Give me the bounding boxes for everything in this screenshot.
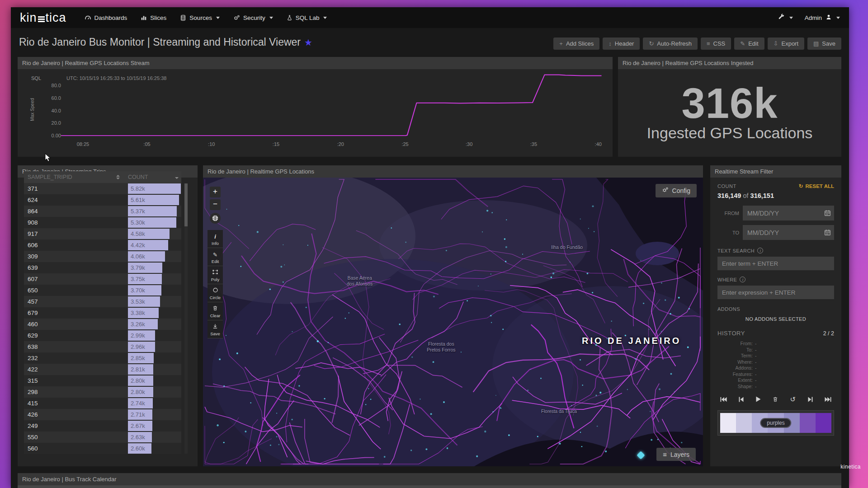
auto-refresh-button[interactable]: ↻Auto-Refresh (643, 38, 698, 50)
table-row[interactable]: 4222.81k (24, 364, 181, 375)
table-row[interactable]: 4603.26k (24, 319, 181, 330)
calendar-icon[interactable] (824, 229, 831, 238)
nav-item-dashboards[interactable]: Dashboards (85, 14, 127, 21)
trip-id-cell: 679 (24, 310, 38, 316)
info-icon[interactable]: i (740, 277, 745, 282)
nav-item-slices[interactable]: Slices (141, 14, 166, 21)
panel-header[interactable]: Realtime Stream Filter (710, 165, 841, 178)
map-zoom-out-button[interactable]: − (210, 199, 221, 210)
sql-tag[interactable]: SQL (31, 75, 41, 81)
panel-header[interactable]: Rio de Janeiro | Realtime GPS Locations … (18, 57, 613, 69)
ramp-swatch (816, 413, 831, 433)
table-row[interactable]: 2322.85k (24, 352, 181, 364)
info-icon[interactable]: i (757, 248, 763, 253)
stream-line (61, 75, 602, 136)
table-row[interactable]: 4573.53k (24, 296, 181, 307)
map-layers-button[interactable]: ≡ Layers (656, 448, 696, 461)
table-row[interactable]: 6793.38k (24, 307, 181, 319)
table-row[interactable]: 6064.42k (24, 239, 181, 251)
table-row[interactable]: 6382.96k (24, 341, 181, 352)
history-field-row: Shape:- (717, 384, 834, 390)
map-tool-edit[interactable]: ✎ Edit (208, 248, 223, 266)
gps-ingested-panel: Rio de Janeiro | Realtime GPS Locations … (618, 57, 841, 157)
export-button[interactable]: ⇩Export (768, 38, 804, 50)
from-date-input[interactable] (743, 206, 834, 221)
map-tool-save[interactable]: Save (208, 320, 223, 338)
nav-item-security[interactable]: Security (233, 14, 273, 21)
trip-id-cell: 298 (24, 389, 38, 395)
chevron-down-icon (323, 17, 327, 19)
column-header-count[interactable]: COUNT (128, 174, 148, 180)
map-tool-info[interactable]: i Info (208, 230, 223, 248)
calendar-icon[interactable] (824, 210, 831, 218)
history-field-row: Addons:- (717, 365, 834, 371)
sort-icon[interactable] (116, 175, 120, 179)
table-row[interactable]: 6245.61k (24, 194, 181, 206)
table-row[interactable]: 8645.37k (24, 206, 181, 217)
map-tool-circle[interactable]: Circle (208, 284, 223, 302)
delete-button[interactable] (772, 395, 779, 403)
table-row[interactable]: 4152.74k (24, 398, 181, 409)
step-forward-button[interactable] (807, 396, 814, 403)
table-row[interactable]: 3094.06k (24, 251, 181, 262)
to-date-input[interactable] (743, 225, 834, 240)
column-header-sample-tripid[interactable]: SAMPLE_TRIPID (24, 174, 72, 180)
panel-header[interactable]: Rio de Janeiro | Realtime GPS Locations (203, 165, 703, 178)
table-row[interactable]: 3715.82k (24, 183, 181, 194)
panel-header[interactable]: Rio de Janeiro | Bus Track Calendar (18, 473, 841, 485)
css-button[interactable]: ≡CSS (701, 38, 731, 50)
save-button[interactable]: ▤Save (807, 38, 841, 50)
skip-end-button[interactable] (824, 396, 832, 403)
refresh-icon: ↻ (799, 183, 803, 189)
replay-button[interactable]: ↺ (789, 395, 797, 404)
trips-scrollbar[interactable] (184, 183, 188, 454)
nav-item-sources[interactable]: Sources (180, 14, 220, 21)
ramp-name-pill[interactable]: purples (760, 418, 791, 428)
table-row[interactable]: 6073.75k (24, 273, 181, 285)
table-row[interactable]: 2492.67k (24, 420, 181, 432)
term-input[interactable] (717, 257, 834, 270)
map-tool-poly[interactable]: Poly (208, 266, 223, 284)
header-button[interactable]: ↕Header (603, 38, 640, 50)
map-tool-clear[interactable]: Clear (208, 302, 223, 320)
nav-item-sql-lab[interactable]: SQL Lab (287, 14, 327, 21)
addons-label: ADDONS (717, 306, 740, 312)
x-tick-label: :05 (143, 141, 150, 147)
color-ramp[interactable]: purples (717, 410, 834, 436)
kinetica-logo[interactable]: kintica (20, 11, 66, 25)
skip-start-button[interactable] (719, 396, 728, 403)
user-menu[interactable]: Admin (805, 14, 840, 22)
add-slices-button[interactable]: +Add Slices (553, 38, 599, 50)
edit-button[interactable]: ✎Edit (734, 38, 764, 50)
table-row[interactable]: 3152.80k (24, 375, 181, 386)
chevron-down-icon[interactable] (175, 177, 179, 179)
table-row[interactable]: 6393.79k (24, 262, 181, 273)
table-row[interactable]: 4262.71k (24, 409, 181, 420)
reset-all-button[interactable]: ↻ RESET ALL (799, 183, 834, 189)
table-row[interactable]: 5502.63k (24, 432, 181, 443)
table-row[interactable]: 2982.80k (24, 386, 181, 398)
history-field-row: From:- (717, 341, 834, 347)
to-date-field (743, 225, 834, 240)
map-canvas[interactable]: + − i Info ✎ Edit Poly (203, 178, 703, 466)
table-row[interactable]: 6503.70k (24, 285, 181, 296)
ingested-count: 316k (618, 79, 841, 128)
count-value: 316,149 of 316,151 (717, 192, 834, 199)
favorite-star-icon[interactable]: ★ (304, 38, 312, 47)
play-button[interactable] (755, 395, 762, 403)
table-row[interactable]: 9085.30k (24, 217, 181, 228)
step-back-button[interactable] (738, 396, 745, 403)
where-input[interactable] (717, 286, 834, 299)
map-config-button[interactable]: Config (656, 184, 697, 197)
table-row[interactable]: 6292.99k (24, 330, 181, 341)
map-zoom-in-button[interactable]: + (210, 187, 221, 197)
trip-id-cell: 371 (24, 185, 38, 192)
scrollbar-thumb[interactable] (184, 183, 188, 226)
tools-menu[interactable] (778, 14, 793, 22)
globe-icon[interactable] (210, 213, 221, 224)
panel-header[interactable]: Rio de Janeiro | Realtime GPS Locations … (618, 57, 841, 69)
trip-id-cell: 639 (24, 264, 38, 271)
count-bar: 3.53k (128, 296, 160, 307)
table-row[interactable]: 9174.58k (24, 228, 181, 239)
table-row[interactable]: 5602.60k (24, 443, 181, 454)
